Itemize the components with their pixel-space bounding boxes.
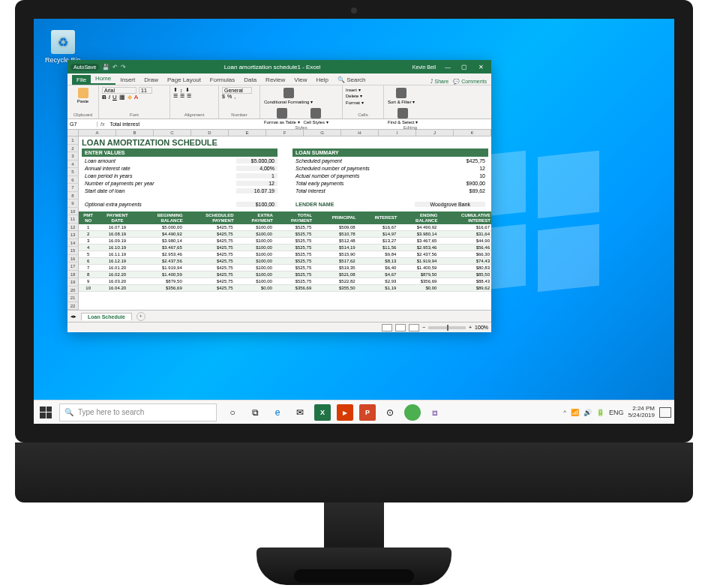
delete-cells-button[interactable]: Delete ▾ xyxy=(346,93,380,99)
page-layout-view-button[interactable] xyxy=(395,324,406,332)
underline-button[interactable]: U xyxy=(112,94,117,100)
search-box[interactable]: 🔍 Type here to search xyxy=(59,404,217,422)
row-header[interactable]: 13 xyxy=(68,231,79,239)
app-icon-circle[interactable]: ⊙ xyxy=(382,404,398,421)
table-header[interactable]: PAYMENTDATE xyxy=(98,212,136,224)
table-row[interactable]: 116.07.19$5.000,00$425,75$100,00$525,75$… xyxy=(79,224,491,231)
table-row[interactable]: 916.03.20$879,50$425,75$100,00$525,75$52… xyxy=(79,278,491,285)
user-name[interactable]: Kevin Bell xyxy=(412,64,436,70)
mail-icon[interactable]: ✉ xyxy=(292,404,308,421)
autosave-toggle[interactable]: AutoSave xyxy=(70,64,99,70)
cortana-icon[interactable]: ○ xyxy=(224,404,241,421)
start-button[interactable] xyxy=(37,404,55,422)
align-bottom-button[interactable]: ⬇ xyxy=(185,87,190,93)
excel-taskbar-icon[interactable]: X xyxy=(314,404,331,421)
sort-filter-button[interactable]: Sort & Filter ▾ xyxy=(387,87,416,105)
tray-battery-icon[interactable]: 🔋 xyxy=(596,409,604,416)
tab-pagelayout[interactable]: Page Layout xyxy=(163,75,206,85)
table-header[interactable]: PMTNO xyxy=(79,212,98,224)
percent-button[interactable]: % xyxy=(227,94,232,99)
number-format-select[interactable]: General xyxy=(222,87,252,94)
align-middle-button[interactable]: ↕ xyxy=(180,88,183,93)
paste-button[interactable]: Paste xyxy=(70,87,95,104)
visual-studio-icon[interactable]: ⧈ xyxy=(427,404,443,421)
italic-button[interactable]: I xyxy=(109,94,110,100)
col-header[interactable]: I xyxy=(379,130,416,136)
col-header[interactable]: D xyxy=(191,130,229,136)
edge-icon[interactable]: e xyxy=(269,404,286,421)
recycle-bin[interactable]: Recycle Bin xyxy=(45,30,81,64)
comma-button[interactable]: , xyxy=(234,94,236,99)
app-icon-green[interactable] xyxy=(404,404,421,421)
col-header[interactable]: K xyxy=(454,130,491,136)
row-header[interactable]: 4 xyxy=(68,160,79,169)
tab-review[interactable]: Review xyxy=(261,75,290,85)
col-header[interactable]: C xyxy=(154,130,191,136)
row-header[interactable]: 2 xyxy=(68,145,79,153)
sheet-tab-active[interactable]: Loan Schedule xyxy=(81,313,132,320)
tray-volume-icon[interactable]: 🔊 xyxy=(584,409,592,416)
col-header[interactable]: G xyxy=(304,130,341,136)
excel-window[interactable]: AutoSave 💾 ↶ ↷ Loan amortization schedul… xyxy=(68,60,491,332)
zoom-level[interactable]: 100% xyxy=(475,325,488,330)
formula-input[interactable]: Total interest xyxy=(107,122,491,127)
table-header[interactable]: PRINCIPAL xyxy=(313,212,356,224)
powerpoint-icon[interactable]: P xyxy=(359,404,376,421)
name-box[interactable]: G7 xyxy=(68,122,98,127)
conditional-formatting-button[interactable]: Conditional Formatting ▾ xyxy=(263,87,314,105)
tab-help[interactable]: Help xyxy=(312,75,333,85)
add-sheet-button[interactable]: + xyxy=(136,312,146,321)
tab-file[interactable]: File xyxy=(72,75,91,85)
fx-icon[interactable]: fx xyxy=(98,122,107,127)
notifications-icon[interactable] xyxy=(659,407,671,418)
table-row[interactable]: 516.11.19$2.953,46$425,75$100,00$525,75$… xyxy=(79,251,491,258)
align-top-button[interactable]: ⬆ xyxy=(173,87,178,93)
bold-button[interactable]: B xyxy=(102,94,106,100)
table-header[interactable]: INTEREST xyxy=(357,212,398,224)
system-tray[interactable]: ^ 📶 🔊 🔋 ENG 2:24 PM 5/24/2019 xyxy=(563,406,671,419)
insert-cells-button[interactable]: Insert ▾ xyxy=(346,87,380,93)
zoom-in-button[interactable]: + xyxy=(469,325,472,330)
row-header[interactable]: 17 xyxy=(68,262,79,271)
row-header[interactable]: 1 xyxy=(68,136,79,145)
table-row[interactable]: 716.01.20$1.919,94$425,75$100,00$525,75$… xyxy=(79,265,491,272)
windows-desktop[interactable]: Recycle Bin AutoSave 💾 ↶ ↷ Loan amortiza… xyxy=(34,19,674,424)
table-row[interactable]: 416.10.19$3.467,65$425,75$100,00$525,75$… xyxy=(79,244,491,251)
column-headers[interactable]: ABCDEFGHIJK xyxy=(68,130,491,136)
row-header[interactable]: 7 xyxy=(68,184,79,192)
minimize-button[interactable]: — xyxy=(440,64,455,70)
maximize-button[interactable]: ▢ xyxy=(457,64,472,70)
table-header[interactable]: TOTALPAYMENT xyxy=(274,212,313,224)
save-icon[interactable]: 💾 xyxy=(102,64,110,70)
table-row[interactable]: 616.12.19$2.437,56$425,75$100,00$525,75$… xyxy=(79,258,491,265)
row-header[interactable]: 22 xyxy=(68,302,79,310)
fill-color-button[interactable]: ◆ xyxy=(128,94,132,100)
row-header[interactable]: 8 xyxy=(68,192,79,200)
col-header[interactable]: A xyxy=(79,130,116,136)
page-break-view-button[interactable] xyxy=(409,324,419,332)
col-header[interactable]: F xyxy=(266,130,304,136)
row-header[interactable]: 9 xyxy=(68,200,79,208)
col-header[interactable]: E xyxy=(229,130,266,136)
col-header[interactable]: J xyxy=(416,130,454,136)
table-row[interactable]: 316.09.19$3.980,14$425,75$100,00$525,75$… xyxy=(79,238,491,244)
border-button[interactable]: ▦ xyxy=(119,94,125,100)
row-header[interactable]: 11 xyxy=(68,215,79,224)
amortization-table[interactable]: PMTNOPAYMENTDATEBEGINNINGBALANCESCHEDULE… xyxy=(79,212,491,292)
row-header[interactable]: 20 xyxy=(68,286,79,295)
spreadsheet-grid[interactable]: ABCDEFGHIJK 1234567891011121314151617181… xyxy=(68,130,491,310)
tray-language[interactable]: ENG xyxy=(609,409,624,416)
tab-data[interactable]: Data xyxy=(239,75,261,85)
font-color-button[interactable]: A xyxy=(134,94,138,100)
table-header[interactable]: CUMULATIVEINTEREST xyxy=(438,212,491,224)
excel-titlebar[interactable]: AutoSave 💾 ↶ ↷ Loan amortization schedul… xyxy=(68,60,491,74)
lender-value[interactable]: Woodgrove Bank xyxy=(415,202,485,207)
align-right-button[interactable]: ☰ xyxy=(187,93,191,99)
tray-wifi-icon[interactable]: 📶 xyxy=(571,409,579,416)
normal-view-button[interactable] xyxy=(382,324,392,332)
row-header[interactable]: 19 xyxy=(68,278,79,286)
row-header[interactable]: 14 xyxy=(68,239,79,248)
row-header[interactable]: 5 xyxy=(68,168,79,176)
table-row[interactable]: 216.08.19$4.490,92$425,75$100,00$525,75$… xyxy=(79,231,491,238)
tab-home[interactable]: Home xyxy=(91,74,116,85)
